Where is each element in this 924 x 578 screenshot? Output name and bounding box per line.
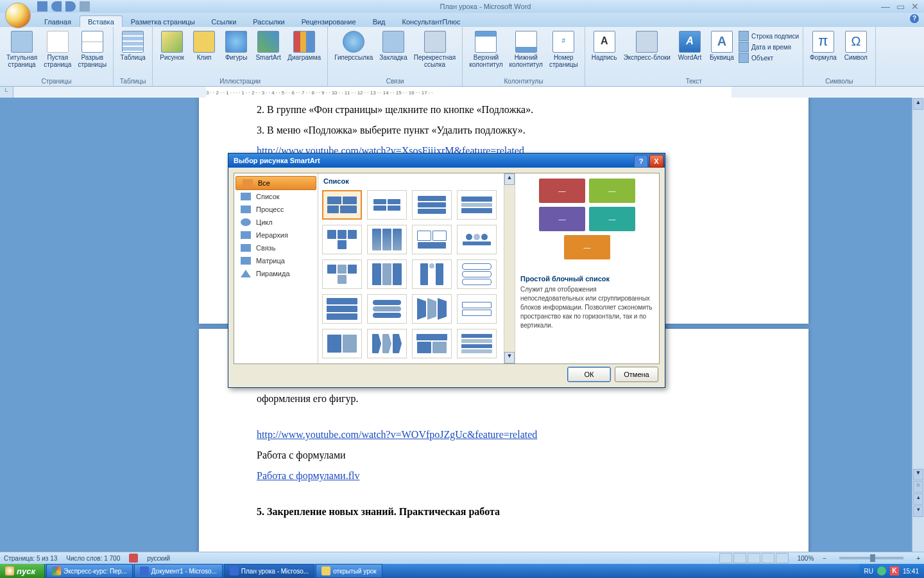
horizontal-ruler[interactable]: 3 · · 2 · · 1 · · · · 1 · · 2 · · 3 · · … [206, 87, 732, 98]
scroll-down-icon[interactable]: ▼ [913, 469, 923, 480]
doc-link[interactable]: http://www.youtube.com/watch?v=WOVfpoJZg… [257, 429, 537, 440]
tray-icon[interactable] [877, 566, 886, 575]
smartart-button[interactable]: SmartArt [253, 30, 284, 62]
tab-insert[interactable]: Вставка [80, 15, 123, 27]
zoom-in-button[interactable]: + [916, 555, 920, 562]
smartart-thumb[interactable] [322, 329, 362, 358]
smartart-thumb[interactable] [367, 329, 407, 358]
language-bar[interactable]: RU [864, 568, 873, 575]
dropcap-button[interactable]: AБуквица [706, 30, 737, 62]
textbox-button[interactable]: AНадпись [589, 30, 620, 62]
smartart-thumb[interactable] [457, 225, 497, 254]
taskbar-item[interactable]: Экспресс-курс: Пер... [46, 564, 133, 578]
footer-button[interactable]: Нижнийколонтитул [507, 30, 545, 69]
prev-page-icon[interactable]: ▴ [913, 493, 923, 505]
category-list[interactable]: Список [234, 190, 318, 203]
taskbar-item[interactable]: открытый урок [316, 564, 382, 578]
word-count[interactable]: Число слов: 1 700 [66, 555, 120, 562]
smartart-thumb[interactable] [367, 190, 407, 220]
smartart-thumb[interactable] [457, 190, 497, 220]
zoom-level[interactable]: 100% [798, 555, 814, 562]
smartart-thumb[interactable] [367, 294, 407, 324]
redo-icon[interactable] [65, 1, 76, 12]
start-button[interactable]: пуск [0, 564, 45, 578]
outline-view[interactable] [762, 553, 774, 563]
zoom-out-button[interactable]: − [823, 555, 826, 562]
signature-line-button[interactable]: Строка подписи [739, 31, 799, 41]
clock[interactable]: 15:41 [903, 568, 919, 575]
quickprint-icon[interactable] [80, 1, 90, 12]
tab-mailings[interactable]: Рассылки [244, 15, 293, 27]
chart-button[interactable]: Диаграмма [285, 30, 323, 62]
smartart-thumb[interactable] [412, 259, 452, 289]
help-icon[interactable]: ? [910, 14, 919, 23]
hyperlink-button[interactable]: Гиперссылка [332, 30, 375, 62]
smartart-thumb[interactable] [322, 190, 362, 220]
smartart-thumb[interactable] [457, 329, 497, 358]
save-icon[interactable] [37, 1, 47, 12]
scroll-down-icon[interactable]: ▼ [504, 352, 515, 363]
smartart-thumb[interactable] [322, 294, 362, 324]
smartart-thumb[interactable] [412, 294, 452, 324]
taskbar-item[interactable]: План урока - Microso... [224, 564, 314, 578]
symbol-button[interactable]: ΩСимвол [841, 30, 871, 62]
picture-button[interactable]: Рисунок [157, 30, 187, 62]
page-break-button[interactable]: Разрывстраницы [75, 30, 109, 69]
tab-consultant[interactable]: КонсультантПлюс [394, 15, 469, 27]
smartart-thumb[interactable] [457, 259, 497, 289]
crossref-button[interactable]: Перекрестнаяссылка [411, 30, 458, 69]
smartart-thumb[interactable] [367, 259, 407, 289]
category-pyramid[interactable]: Пирамида [234, 267, 318, 280]
category-all[interactable]: Все [235, 176, 316, 190]
fullscreen-reading-view[interactable] [733, 553, 746, 563]
smartart-thumb[interactable] [412, 190, 452, 220]
print-layout-view[interactable] [719, 553, 732, 563]
datetime-button[interactable]: Дата и время [739, 42, 799, 52]
tab-references[interactable]: Ссылки [203, 15, 245, 27]
ok-button[interactable]: ОК [567, 367, 611, 382]
language-indicator[interactable]: русский [147, 555, 170, 562]
tab-pagelayout[interactable]: Разметка страницы [123, 15, 203, 27]
shapes-button[interactable]: Фигуры [221, 30, 252, 62]
taskbar-item[interactable]: Документ1 - Microso... [134, 564, 223, 578]
cancel-button[interactable]: Отмена [615, 367, 658, 382]
object-button[interactable]: Объект [739, 53, 799, 63]
scroll-up-icon[interactable]: ▲ [913, 98, 923, 110]
clip-button[interactable]: Клип [189, 30, 219, 62]
quickparts-button[interactable]: Экспресс-блоки [621, 30, 673, 62]
close-button[interactable]: ✕ [911, 1, 919, 12]
undo-icon[interactable] [51, 1, 62, 12]
draft-view[interactable] [776, 553, 789, 563]
scroll-up-icon[interactable]: ▲ [504, 173, 515, 185]
doc-link[interactable]: Работа с формулами.flv [257, 470, 359, 481]
spellcheck-icon[interactable] [129, 554, 138, 563]
web-layout-view[interactable] [748, 553, 760, 563]
smartart-thumb[interactable] [412, 225, 452, 254]
smartart-thumb[interactable] [412, 329, 452, 358]
gallery-scrollbar[interactable]: ▲ ▼ [504, 173, 515, 363]
smartart-thumb[interactable] [322, 259, 362, 289]
smartart-thumb[interactable] [322, 225, 362, 254]
table-button[interactable]: Таблица [117, 30, 148, 62]
category-cycle[interactable]: Цикл [234, 216, 318, 229]
bookmark-button[interactable]: Закладка [377, 30, 409, 62]
category-hierarchy[interactable]: Иерархия [234, 229, 318, 241]
header-button[interactable]: Верхнийколонтитул [466, 30, 505, 69]
next-page-icon[interactable]: ▾ [913, 505, 923, 517]
category-matrix[interactable]: Матрица [234, 254, 318, 267]
smartart-thumb[interactable] [367, 225, 407, 254]
category-relationship[interactable]: Связь [234, 241, 318, 254]
dialog-help-button[interactable]: ? [634, 155, 648, 168]
tab-home[interactable]: Главная [36, 15, 80, 27]
smartart-thumb[interactable] [457, 294, 497, 324]
dialog-close-button[interactable]: X [649, 155, 663, 168]
browse-object-icon[interactable]: ○ [913, 481, 923, 493]
maximize-button[interactable]: ▭ [896, 1, 905, 12]
equation-button[interactable]: πФормула [807, 30, 839, 62]
tab-view[interactable]: Вид [364, 15, 394, 27]
vertical-scrollbar[interactable]: ▲ ▼ ○ ▴ ▾ [912, 98, 924, 552]
blank-page-button[interactable]: Пустаястраница [41, 30, 74, 69]
pagenumber-button[interactable]: #Номерстраницы [547, 30, 581, 69]
office-button[interactable] [5, 3, 31, 28]
cover-page-button[interactable]: Титульнаястраница [4, 30, 40, 69]
